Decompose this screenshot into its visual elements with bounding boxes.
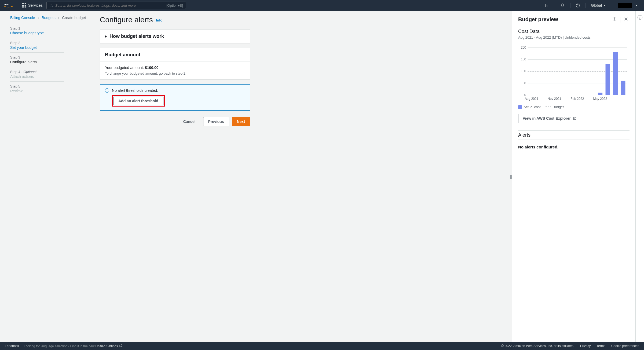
how-alerts-work-panel: How budget alerts work xyxy=(100,30,250,43)
nav-divider xyxy=(611,3,611,8)
breadcrumb-budgets[interactable]: Budgets xyxy=(42,16,55,20)
nav-divider xyxy=(570,3,570,8)
cost-chart: 050100150200Aug 2021Nov 2021Feb 2022May … xyxy=(518,43,630,102)
svg-line-2 xyxy=(52,6,52,7)
search-input[interactable] xyxy=(55,3,166,8)
region-label: Global xyxy=(591,3,602,8)
nav-divider xyxy=(555,3,555,8)
main-area: Billing Console › Budgets › Create budge… xyxy=(0,11,512,342)
search-icon xyxy=(49,3,53,7)
step-1[interactable]: Step 1 Choose budget type xyxy=(10,24,64,38)
step-2[interactable]: Step 2 Set your budget xyxy=(10,38,64,53)
copyright-text: © 2022, Amazon Web Services, Inc. or its… xyxy=(501,344,574,348)
bell-icon xyxy=(560,3,565,8)
budget-amount-sub: To change your budgeted amount, go back … xyxy=(105,71,245,75)
next-button[interactable]: Next xyxy=(232,117,250,126)
step-label: Step 2 xyxy=(10,41,64,45)
language-hint: Looking for language selection? Find it … xyxy=(24,344,122,348)
nav-divider xyxy=(19,3,19,8)
svg-text:Feb 2022: Feb 2022 xyxy=(570,97,584,101)
info-sidebar: i xyxy=(635,11,644,342)
footer-right: © 2022, Amazon Web Services, Inc. or its… xyxy=(501,344,639,348)
panel-title: Budget amount xyxy=(105,52,140,58)
preview-header: Budget preview xyxy=(518,16,630,23)
preview-settings-button[interactable] xyxy=(611,16,618,23)
notifications-button[interactable] xyxy=(558,0,568,11)
breadcrumb: Billing Console › Budgets › Create budge… xyxy=(10,16,86,20)
how-alerts-work-toggle[interactable]: How budget alerts work xyxy=(100,30,250,43)
svg-text:200: 200 xyxy=(521,46,526,49)
content-column: Configure alerts Info How budget alerts … xyxy=(100,16,250,337)
legend-dash-icon xyxy=(546,107,551,107)
divider xyxy=(518,140,630,140)
alert-thresholds-box: i No alert thresholds created. Add an al… xyxy=(100,84,250,111)
top-nav: aws Services [Option+S] Global xyxy=(0,0,644,11)
svg-rect-22 xyxy=(621,81,625,95)
region-selector[interactable]: Global xyxy=(588,3,608,8)
step-4: Step 4 - Optional Attach actions xyxy=(10,67,64,82)
budget-amount-panel: Budget amount Your budgeted amount: $100… xyxy=(100,48,250,79)
legend-actual-cost: Actual cost xyxy=(518,105,541,109)
step-5: Step 5 Review xyxy=(10,82,64,96)
legend-swatch-icon xyxy=(518,105,522,109)
step-label: Step 4 - Optional xyxy=(10,70,64,74)
cloudshell-button[interactable] xyxy=(543,0,552,11)
services-label: Services xyxy=(28,3,43,8)
caret-down-icon xyxy=(603,5,606,6)
svg-text:50: 50 xyxy=(522,81,526,85)
cancel-button[interactable]: Cancel xyxy=(178,117,200,126)
gear-icon xyxy=(612,17,617,21)
search-box[interactable]: [Option+S] xyxy=(46,2,186,9)
no-alerts-text: No alerts configured. xyxy=(518,145,630,149)
svg-text:aws: aws xyxy=(4,3,9,6)
svg-point-5 xyxy=(614,19,615,20)
chart-legend: Actual cost Budget xyxy=(518,105,630,109)
privacy-link[interactable]: Privacy xyxy=(580,344,591,348)
grid-icon xyxy=(22,3,26,8)
services-menu-button[interactable]: Services xyxy=(22,3,43,8)
view-cost-explorer-button[interactable]: View in AWS Cost Explorer xyxy=(518,114,581,123)
unified-settings-link[interactable]: Unified Settings xyxy=(96,344,122,348)
left-column: Billing Console › Budgets › Create budge… xyxy=(10,16,86,337)
panel-body: Your budgeted amount: $100.00 To change … xyxy=(100,61,250,79)
step-label: Step 1 xyxy=(10,26,64,30)
svg-text:150: 150 xyxy=(521,57,526,61)
svg-text:May 2022: May 2022 xyxy=(593,97,607,101)
wizard-steps: Step 1 Choose budget type Step 2 Set you… xyxy=(10,24,64,96)
no-thresholds-text: No alert thresholds created. xyxy=(112,88,158,93)
aws-logo[interactable]: aws xyxy=(4,3,13,8)
budget-preview-panel: || Budget preview Cost Data Aug 2021 - A… xyxy=(512,11,635,342)
previous-button[interactable]: Previous xyxy=(203,117,229,126)
preview-close-button[interactable] xyxy=(623,16,630,23)
svg-text:100: 100 xyxy=(521,69,526,73)
close-icon xyxy=(624,17,628,21)
terms-link[interactable]: Terms xyxy=(597,344,605,348)
panel-header: Budget amount xyxy=(100,48,250,61)
footer: Feedback Looking for language selection?… xyxy=(0,342,644,350)
info-link[interactable]: Info xyxy=(156,18,163,22)
feedback-link[interactable]: Feedback xyxy=(5,344,19,348)
preview-header-actions xyxy=(611,16,630,23)
page-title: Configure alerts Info xyxy=(100,16,250,24)
svg-rect-19 xyxy=(598,93,602,95)
page-body: Billing Console › Budgets › Create budge… xyxy=(0,11,644,342)
svg-point-1 xyxy=(50,4,52,6)
cookie-preferences-link[interactable]: Cookie preferences xyxy=(611,344,639,348)
help-button[interactable] xyxy=(573,0,583,11)
cost-data-title: Cost Data xyxy=(518,29,630,34)
svg-rect-20 xyxy=(606,64,610,95)
resize-handle[interactable]: || xyxy=(510,174,512,179)
search-shortcut: [Option+S] xyxy=(166,3,183,8)
nav-right: Global xyxy=(543,0,640,11)
account-selector[interactable] xyxy=(614,3,640,8)
info-toggle-button[interactable]: i xyxy=(638,15,642,20)
wizard-actions: Cancel Previous Next xyxy=(100,117,250,126)
add-alert-threshold-button[interactable]: Add an alert threshold xyxy=(113,97,163,105)
breadcrumb-billing[interactable]: Billing Console xyxy=(10,16,35,20)
step-title: Review xyxy=(10,89,64,93)
cloudshell-icon xyxy=(545,3,550,8)
svg-text:Aug 2021: Aug 2021 xyxy=(525,97,538,101)
budget-amount-line: Your budgeted amount: $100.00 xyxy=(105,65,245,70)
chevron-right-icon: › xyxy=(58,16,60,20)
separator xyxy=(620,17,620,23)
